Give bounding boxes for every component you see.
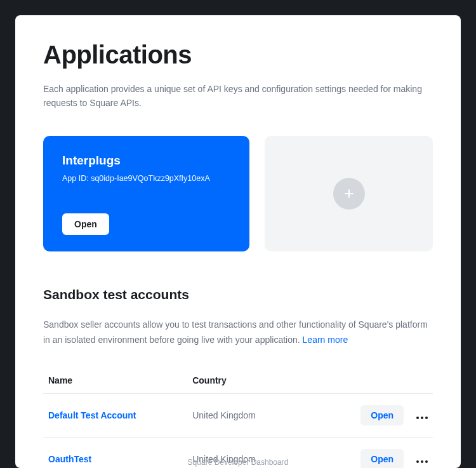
add-application-card[interactable] xyxy=(265,136,433,251)
main-panel: Applications Each application provides a… xyxy=(15,15,461,468)
sandbox-description-text: Sandbox seller accounts allow you to tes… xyxy=(43,319,428,345)
more-icon xyxy=(416,417,428,419)
sandbox-section-title: Sandbox test accounts xyxy=(43,287,433,302)
column-header-actions xyxy=(316,368,433,394)
footer-caption: Square Developer Dashboard xyxy=(0,458,476,467)
more-actions-button[interactable] xyxy=(416,409,428,424)
plus-icon xyxy=(333,178,365,210)
account-name-link[interactable]: Default Test Account xyxy=(48,410,136,420)
open-app-button[interactable]: Open xyxy=(62,213,109,235)
sandbox-accounts-table: Name Country Default Test Account United… xyxy=(43,368,433,468)
applications-grid: Interplugs App ID: sq0idp-Iae9VQoTkzz9pX… xyxy=(43,136,433,251)
table-row: Default Test Account United Kingdom Open xyxy=(43,394,433,438)
open-account-button[interactable]: Open xyxy=(360,405,404,425)
column-header-name: Name xyxy=(43,368,187,394)
page-description: Each application provides a unique set o… xyxy=(43,82,433,110)
account-country: United Kingdom xyxy=(187,394,316,438)
page-title: Applications xyxy=(43,41,433,69)
app-card-title: Interplugs xyxy=(62,154,230,168)
learn-more-link[interactable]: Learn more xyxy=(303,335,348,345)
app-card[interactable]: Interplugs App ID: sq0idp-Iae9VQoTkzz9pX… xyxy=(43,136,249,251)
sandbox-section-description: Sandbox seller accounts allow you to tes… xyxy=(43,318,433,348)
column-header-country: Country xyxy=(187,368,316,394)
app-card-app-id: App ID: sq0idp-Iae9VQoTkzz9pXfIy10exA xyxy=(62,174,230,183)
